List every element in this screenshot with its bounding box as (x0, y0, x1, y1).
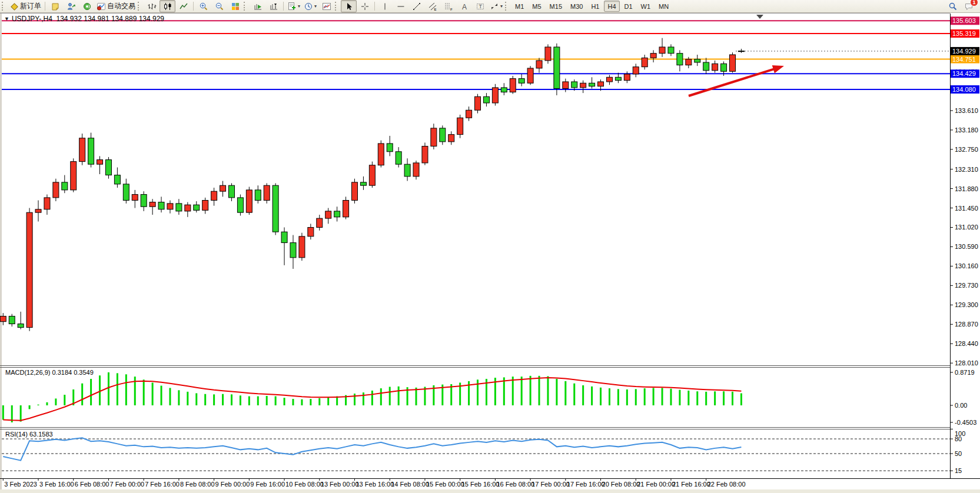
price-tick-label: 131.450 (955, 205, 978, 212)
candle (273, 185, 278, 232)
candle (176, 204, 182, 211)
price-tick-label: 129.300 (955, 301, 978, 308)
candle (624, 74, 630, 81)
arrows-dropdown[interactable]: ▾ (500, 4, 503, 9)
chart-plot-area[interactable] (2, 14, 950, 365)
zoom-out-button[interactable] (211, 0, 227, 12)
tile-windows-button[interactable] (227, 0, 243, 12)
candle (290, 243, 296, 258)
timeframe-h1[interactable]: H1 (587, 1, 603, 12)
trendline-icon (412, 2, 421, 11)
line-chart-mode-button[interactable] (175, 0, 191, 12)
price-tick-label: 132.750 (955, 146, 978, 153)
candle (246, 190, 252, 212)
timeframe-m1[interactable]: M1 (511, 1, 527, 12)
toolbar-grip (505, 2, 509, 11)
time-tick-label: 14 Feb 08:00 (391, 481, 429, 488)
horizontal-line-icon (396, 2, 406, 11)
main-toolbar: 新订单 自动交易 (0, 0, 980, 13)
autoscroll-button[interactable] (250, 0, 265, 12)
timeframe-w1[interactable]: W1 (637, 1, 655, 12)
fibonacci-tool-button[interactable]: F (440, 0, 456, 12)
crosshair-icon (360, 2, 370, 11)
text-tool-button[interactable]: A (456, 0, 472, 12)
timeframe-m5[interactable]: M5 (529, 1, 544, 12)
text-label-tool-button[interactable]: T (472, 0, 488, 12)
trendline-tool-button[interactable] (408, 0, 424, 12)
candle (466, 110, 472, 118)
new-order-icon (9, 2, 19, 11)
time-tick-label: 21 Feb 00:00 (637, 481, 675, 488)
chart-shift-button[interactable] (265, 0, 281, 12)
rsi-scale-label: 80 (955, 435, 962, 442)
candle (88, 138, 94, 164)
candlestick-mode-button[interactable] (160, 0, 175, 12)
bar-chart-mode-button[interactable] (144, 0, 160, 12)
chart-shift-icon (269, 2, 278, 11)
candle (712, 64, 718, 70)
symbol-period-label: USDJPY-,H4 (12, 15, 52, 23)
add-indicator-icon (287, 2, 297, 11)
candle (396, 152, 401, 164)
cursor-tool-button[interactable] (341, 0, 357, 12)
candle (123, 184, 129, 201)
vline-tool-button[interactable] (377, 0, 393, 12)
search-button[interactable] (945, 0, 961, 12)
candle (519, 79, 524, 84)
rsi-scale-label: 15 (955, 467, 962, 474)
timeframe-m30[interactable]: M30 (567, 1, 586, 12)
notifications-button[interactable]: 1 (961, 0, 976, 12)
toolbar-grip (2, 2, 6, 11)
time-tick-label: 3 Feb 2023 (4, 481, 37, 488)
autotrading-button[interactable]: 自动交易 (95, 0, 137, 12)
candle (211, 191, 217, 200)
periods-dropdown[interactable]: ▾ (314, 4, 317, 9)
candle (317, 218, 323, 227)
candle (475, 96, 481, 110)
text-icon: A (460, 2, 469, 11)
price-tick-label: 131.020 (955, 224, 978, 231)
add-indicator-dropdown[interactable]: ▾ (298, 4, 300, 9)
templates-button[interactable] (318, 0, 334, 12)
candle (431, 128, 437, 146)
candle (510, 79, 516, 92)
candle (545, 47, 551, 61)
price-badge-134.751-label: 134.751 (952, 56, 976, 63)
bar-chart-icon (147, 2, 157, 11)
hline-tool-button[interactable] (393, 0, 408, 12)
zoom-in-button[interactable] (195, 0, 211, 12)
arrows-tool-button[interactable]: ▾ (488, 0, 504, 12)
channel-tool-button[interactable]: E (424, 0, 440, 12)
new-order-button[interactable]: 新订单 (8, 0, 43, 12)
candle (343, 201, 349, 217)
macd-scale-label: 0.8719 (955, 369, 975, 376)
price-tick-label: 128.440 (955, 340, 978, 347)
candle (457, 118, 463, 134)
rsi-indicator-label: RSI(14) 63.1583 (5, 431, 53, 438)
toolbar-grip (335, 2, 339, 11)
candle (492, 88, 498, 103)
new-chart-button[interactable] (47, 0, 63, 12)
profiles-button[interactable] (63, 0, 79, 12)
candle (360, 182, 366, 185)
candle (150, 202, 155, 207)
add-indicator-button[interactable]: ▾ (285, 0, 302, 12)
alerts-button[interactable] (79, 0, 95, 12)
alerts-icon (82, 2, 92, 11)
periods-button[interactable]: ▾ (302, 0, 318, 12)
symbol-dropdown-arrow[interactable]: ▼ (4, 16, 9, 22)
tile-windows-icon (231, 2, 240, 11)
timeframe-mn[interactable]: MN (655, 1, 672, 12)
candle (677, 54, 683, 65)
candle (686, 59, 692, 65)
timeframe-d1[interactable]: D1 (621, 1, 636, 12)
candle (563, 82, 569, 88)
candle (422, 146, 428, 163)
zoom-out-icon (215, 2, 224, 11)
svg-text:E: E (434, 7, 436, 11)
timeframe-m15[interactable]: M15 (546, 1, 566, 12)
timeframe-h4[interactable]: H4 (604, 1, 619, 12)
candle (642, 58, 647, 66)
crosshair-tool-button[interactable] (357, 0, 373, 12)
candle (721, 64, 727, 71)
